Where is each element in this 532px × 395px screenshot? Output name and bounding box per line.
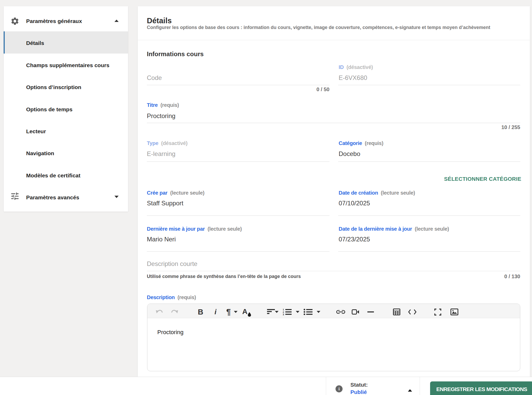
svg-text:3: 3 xyxy=(283,313,284,316)
svg-text:1: 1 xyxy=(283,308,284,311)
